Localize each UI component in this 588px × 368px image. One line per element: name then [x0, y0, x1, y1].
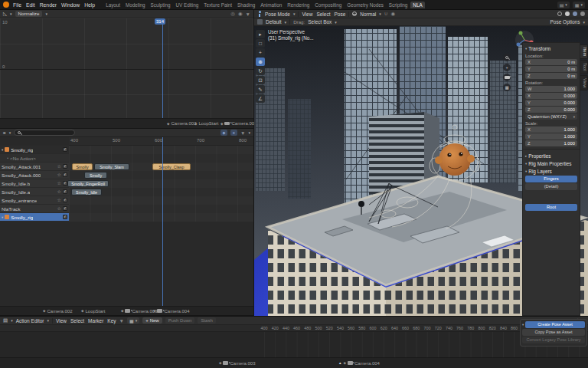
tool-preset-dropdown[interactable]: Default [266, 19, 282, 25]
nla-search-input[interactable] [22, 130, 71, 135]
ghost-curves-icon[interactable]: ◎ [230, 11, 235, 17]
cursor-tool-icon[interactable]: + [256, 48, 265, 57]
pose-options-dropdown[interactable]: Pose Options [550, 19, 580, 25]
tab-layout[interactable]: Layout [103, 2, 122, 8]
nla-strip-smolly-fingerroll-4[interactable]: Smolly_FingerRoll [67, 180, 109, 187]
mute-checkbox[interactable]: ✓ [63, 189, 67, 194]
playhead[interactable] [162, 137, 163, 306]
select-box-tool-icon[interactable]: □ [256, 39, 265, 48]
rotation-z-field[interactable]: Z0.000 [525, 107, 577, 113]
viewport-canvas[interactable]: User Perspective (31) Smolly_rig (No... … [254, 26, 588, 316]
action-browse-dropdown[interactable]: ▦ ▾ [127, 317, 139, 324]
nla-track-smolly-attack-001-2[interactable]: Smolly_Attack.001☆✓ [0, 163, 69, 171]
scale-x-field[interactable]: X1.000 [525, 127, 577, 133]
nla-track-smolly-attack-000-3[interactable]: Smolly_Attack.000☆✓ [0, 171, 69, 179]
nla-track-smolly-idle-b-4[interactable]: Smolly_Idle.b☆✓ [0, 179, 69, 188]
mode-dropdown[interactable]: Pose Mode [265, 12, 290, 17]
nla-strip-area[interactable]: SmollySmolly_SlamSmolly_ClaspSmollySmoll… [69, 146, 253, 222]
solo-star-icon[interactable]: ☆ [57, 181, 61, 186]
marker-camera-002[interactable]: ◆Camera.002 [43, 309, 73, 314]
tab-geometry-nodes[interactable]: Geometry Nodes [345, 2, 386, 8]
normalize-toggle[interactable]: Normalize [15, 11, 43, 17]
marker-camera-003[interactable]: ◆Camera.003 [121, 309, 158, 314]
move-tool-icon[interactable]: ⊕ [256, 58, 265, 66]
mute-checkbox[interactable]: ✓ [63, 147, 67, 152]
camera-view-icon[interactable] [503, 74, 511, 81]
tab-scripting[interactable]: Scripting [387, 2, 410, 8]
mute-checkbox[interactable]: ✓ [63, 172, 67, 177]
rig-layer-detail-button[interactable]: (Detail) [525, 183, 577, 190]
zoom-icon[interactable] [503, 54, 511, 61]
transform-panel-header[interactable]: ▾ Transform [525, 44, 577, 52]
marker-camera-002[interactable]: ◆Camera.002 [167, 121, 197, 126]
menu-help[interactable]: Help [84, 2, 95, 8]
nla-track-nlatrack-7[interactable]: NlaTrack☆✓ [0, 205, 69, 213]
scene-selector[interactable]: ▤▾ [557, 2, 570, 8]
view-layer-selector[interactable]: ▦▾ [573, 2, 585, 8]
nla-track-smolly-rig-0[interactable]: ▾Smolly_rig✓ [0, 146, 69, 154]
solo-star-icon[interactable]: ☆ [57, 172, 61, 177]
marker-loopstart[interactable]: ◆LoopStart [81, 309, 106, 314]
dope-editor-type-icon[interactable]: ▤ [3, 317, 8, 324]
rotation-x-field[interactable]: X0.000 [525, 93, 577, 99]
nla-track-smolly-entrance-6[interactable]: Smolly_entrance☆✓ [0, 196, 69, 205]
panel-properties[interactable]: ▸Properties [525, 152, 577, 159]
tweak-tool-icon[interactable]: ▸ [256, 30, 265, 38]
rotate-tool-icon[interactable]: ↻ [256, 67, 265, 75]
filter-icon[interactable]: ▼ [246, 12, 250, 17]
mute-checkbox[interactable]: ✓ [63, 206, 67, 211]
copy-pose-as-asset-button[interactable]: Copy Pose as Asset [522, 329, 585, 336]
measure-tool-icon[interactable]: ∠ [256, 94, 265, 103]
rig-layer-fingers-button[interactable]: Fingers [525, 176, 577, 182]
tab-nla[interactable]: NLA [410, 2, 424, 8]
solo-star-icon[interactable]: ☆ [57, 206, 61, 211]
panel-rig-main-properties[interactable]: ▾Rig Main Properties [525, 159, 577, 167]
dope-menu-marker[interactable]: Marker [88, 318, 103, 324]
graph-canvas[interactable]: 10 0 314 [0, 18, 253, 118]
viewport-menu-pose[interactable]: Pose [334, 12, 345, 17]
tab-animation[interactable]: Animation [258, 2, 284, 8]
overlay-toggle-icon[interactable]: ◉ [238, 11, 243, 17]
tab-texture-paint[interactable]: Texture Paint [201, 2, 234, 8]
rotation-y-field[interactable]: Y0.000 [525, 100, 577, 106]
location-y-field[interactable]: Y0 m [525, 66, 577, 72]
marker-camera-004[interactable]: ▲◆Camera.004 [338, 361, 380, 366]
mute-checkbox[interactable]: ✓ [63, 198, 67, 202]
nla-track-smolly-rig-8[interactable]: ▾Smolly_rig✓ [0, 213, 69, 222]
solo-star-icon[interactable]: ☆ [57, 189, 61, 194]
marker-camera-004[interactable]: ◆Camera.004 [153, 309, 190, 314]
nla-strip-smolly-clasp-2[interactable]: Smolly_Clasp [152, 163, 191, 170]
mute-checkbox[interactable]: ✓ [63, 164, 67, 169]
nla-frame-ruler[interactable]: 400500600700800 [69, 137, 253, 146]
dope-menu-select[interactable]: Select [70, 318, 84, 324]
viewport-menu-view[interactable]: View [302, 12, 312, 17]
mute-checkbox[interactable]: ✓ [63, 215, 67, 219]
panel-rig-layers[interactable]: ▾Rig Layers [525, 167, 577, 175]
marker-camera-004[interactable]: ◆Camera.004 [220, 121, 257, 126]
playhead[interactable]: 314 [162, 18, 163, 118]
rig-layer-root-button[interactable]: Root [525, 204, 577, 211]
shading-rendered-icon[interactable] [580, 12, 585, 16]
nla-strip-smolly-slam-1[interactable]: Smolly_Slam [94, 163, 129, 170]
rotation-mode-dropdown[interactable]: Quaternion (WXYZ) ▾ [525, 113, 577, 120]
solo-star-icon[interactable]: ☆ [57, 198, 61, 202]
annotate-tool-icon[interactable]: ✎ [256, 85, 265, 94]
tab-modeling[interactable]: Modeling [123, 2, 148, 8]
tab-compositing[interactable]: Compositing [312, 2, 344, 8]
nla-editor-type-icon[interactable]: ≡ [3, 130, 6, 136]
menu-edit[interactable]: Edit [26, 2, 35, 8]
blender-logo-icon[interactable] [3, 2, 9, 8]
location-x-field[interactable]: X0 m [525, 59, 577, 65]
nla-snap-toggle-icon[interactable]: ≡ [230, 130, 237, 136]
filter-icon[interactable]: ▼ [119, 318, 124, 324]
tab-sculpting[interactable]: Sculpting [149, 2, 173, 8]
perspective-toggle-icon[interactable]: ▦ [503, 84, 511, 91]
shading-wireframe-icon[interactable] [557, 12, 562, 16]
scale-tool-icon[interactable]: ⊡ [256, 76, 265, 84]
nla-track-smolly-idle-a-5[interactable]: Smolly_Idle.a☆✓ [0, 188, 69, 196]
sidebar-tab-view[interactable]: View [580, 75, 588, 90]
stash-button[interactable]: Stash [198, 317, 215, 324]
shading-material-icon[interactable] [573, 12, 577, 16]
shading-solid-icon[interactable] [565, 12, 570, 16]
drag-tool-dropdown[interactable]: Select Box [308, 19, 332, 25]
